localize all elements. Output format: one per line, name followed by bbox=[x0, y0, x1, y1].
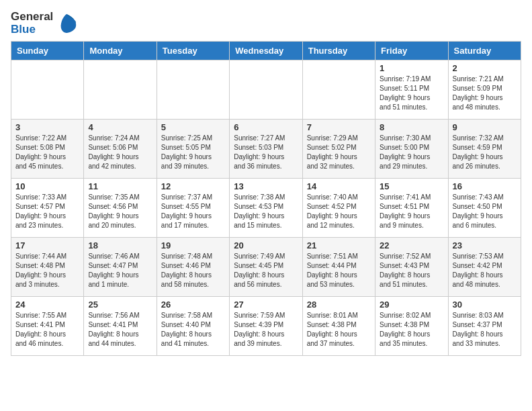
day-info: Sunrise: 7:40 AM Sunset: 4:52 PM Dayligh… bbox=[307, 193, 371, 230]
calendar-day-cell: 1Sunrise: 7:19 AM Sunset: 5:11 PM Daylig… bbox=[375, 60, 448, 120]
day-number: 22 bbox=[380, 240, 443, 250]
logo-general: General bbox=[11, 11, 53, 24]
calendar-day-cell: 26Sunrise: 7:58 AM Sunset: 4:40 PM Dayli… bbox=[157, 297, 229, 356]
col-header-tuesday: Tuesday bbox=[157, 42, 229, 60]
calendar-header-row: SundayMondayTuesdayWednesdayThursdayFrid… bbox=[11, 42, 521, 60]
day-info: Sunrise: 7:55 AM Sunset: 4:41 PM Dayligh… bbox=[15, 311, 79, 349]
calendar-day-cell: 30Sunrise: 8:03 AM Sunset: 4:37 PM Dayli… bbox=[448, 297, 521, 356]
day-number: 18 bbox=[88, 240, 152, 250]
day-number: 1 bbox=[380, 63, 443, 73]
day-info: Sunrise: 7:29 AM Sunset: 5:02 PM Dayligh… bbox=[307, 134, 371, 171]
calendar-week-row: 17Sunrise: 7:44 AM Sunset: 4:48 PM Dayli… bbox=[11, 238, 521, 297]
calendar-day-cell: 3Sunrise: 7:22 AM Sunset: 5:08 PM Daylig… bbox=[11, 120, 84, 179]
day-info: Sunrise: 7:38 AM Sunset: 4:53 PM Dayligh… bbox=[234, 193, 298, 230]
day-number: 7 bbox=[307, 122, 371, 132]
day-number: 29 bbox=[380, 300, 443, 310]
day-info: Sunrise: 7:43 AM Sunset: 4:50 PM Dayligh… bbox=[453, 193, 517, 230]
day-number: 11 bbox=[88, 181, 152, 191]
calendar-day-cell: 10Sunrise: 7:33 AM Sunset: 4:57 PM Dayli… bbox=[11, 179, 84, 238]
calendar-day-cell: 21Sunrise: 7:51 AM Sunset: 4:44 PM Dayli… bbox=[302, 238, 375, 297]
calendar-day-cell: 18Sunrise: 7:46 AM Sunset: 4:47 PM Dayli… bbox=[84, 238, 157, 297]
day-number: 27 bbox=[234, 300, 298, 310]
calendar-day-cell: 8Sunrise: 7:30 AM Sunset: 5:00 PM Daylig… bbox=[375, 120, 448, 179]
day-info: Sunrise: 8:03 AM Sunset: 4:37 PM Dayligh… bbox=[453, 311, 517, 349]
day-number: 30 bbox=[453, 300, 517, 310]
calendar-week-row: 3Sunrise: 7:22 AM Sunset: 5:08 PM Daylig… bbox=[11, 120, 521, 179]
day-number: 26 bbox=[161, 300, 225, 310]
calendar-day-cell: 5Sunrise: 7:25 AM Sunset: 5:05 PM Daylig… bbox=[157, 120, 229, 179]
day-number: 20 bbox=[234, 240, 298, 250]
logo: General Blue bbox=[11, 11, 79, 36]
calendar-day-cell: 15Sunrise: 7:41 AM Sunset: 4:51 PM Dayli… bbox=[375, 179, 448, 238]
calendar-day-cell bbox=[157, 60, 229, 120]
col-header-wednesday: Wednesday bbox=[230, 42, 302, 60]
day-number: 23 bbox=[453, 240, 517, 250]
day-info: Sunrise: 7:53 AM Sunset: 4:42 PM Dayligh… bbox=[453, 252, 517, 289]
calendar-day-cell: 25Sunrise: 7:56 AM Sunset: 4:41 PM Dayli… bbox=[84, 297, 157, 356]
day-number: 21 bbox=[307, 240, 371, 250]
logo-icon bbox=[54, 11, 79, 36]
day-info: Sunrise: 7:30 AM Sunset: 5:00 PM Dayligh… bbox=[380, 134, 443, 171]
calendar-day-cell: 4Sunrise: 7:24 AM Sunset: 5:06 PM Daylig… bbox=[84, 120, 157, 179]
day-info: Sunrise: 7:35 AM Sunset: 4:56 PM Dayligh… bbox=[88, 193, 152, 230]
day-info: Sunrise: 7:22 AM Sunset: 5:08 PM Dayligh… bbox=[15, 134, 79, 171]
calendar-week-row: 10Sunrise: 7:33 AM Sunset: 4:57 PM Dayli… bbox=[11, 179, 521, 238]
calendar-day-cell: 24Sunrise: 7:55 AM Sunset: 4:41 PM Dayli… bbox=[11, 297, 84, 356]
day-info: Sunrise: 8:01 AM Sunset: 4:38 PM Dayligh… bbox=[307, 311, 371, 349]
day-info: Sunrise: 7:32 AM Sunset: 4:59 PM Dayligh… bbox=[453, 134, 517, 171]
day-number: 2 bbox=[453, 63, 517, 73]
day-number: 19 bbox=[161, 240, 225, 250]
calendar-day-cell: 16Sunrise: 7:43 AM Sunset: 4:50 PM Dayli… bbox=[448, 179, 521, 238]
day-number: 15 bbox=[380, 181, 443, 191]
calendar-day-cell bbox=[84, 60, 157, 120]
calendar-day-cell: 19Sunrise: 7:48 AM Sunset: 4:46 PM Dayli… bbox=[157, 238, 229, 297]
calendar-day-cell: 28Sunrise: 8:01 AM Sunset: 4:38 PM Dayli… bbox=[302, 297, 375, 356]
day-info: Sunrise: 7:33 AM Sunset: 4:57 PM Dayligh… bbox=[15, 193, 79, 230]
day-info: Sunrise: 7:52 AM Sunset: 4:43 PM Dayligh… bbox=[380, 252, 443, 289]
calendar-day-cell: 22Sunrise: 7:52 AM Sunset: 4:43 PM Dayli… bbox=[375, 238, 448, 297]
day-info: Sunrise: 7:58 AM Sunset: 4:40 PM Dayligh… bbox=[161, 311, 225, 349]
day-info: Sunrise: 7:49 AM Sunset: 4:45 PM Dayligh… bbox=[234, 252, 298, 289]
day-number: 4 bbox=[88, 122, 152, 132]
day-info: Sunrise: 7:37 AM Sunset: 4:55 PM Dayligh… bbox=[161, 193, 225, 230]
day-info: Sunrise: 7:51 AM Sunset: 4:44 PM Dayligh… bbox=[307, 252, 371, 289]
day-number: 24 bbox=[15, 300, 79, 310]
day-info: Sunrise: 7:48 AM Sunset: 4:46 PM Dayligh… bbox=[161, 252, 225, 289]
day-number: 6 bbox=[234, 122, 298, 132]
day-number: 16 bbox=[453, 181, 517, 191]
day-info: Sunrise: 7:21 AM Sunset: 5:09 PM Dayligh… bbox=[453, 75, 517, 112]
calendar-week-row: 1Sunrise: 7:19 AM Sunset: 5:11 PM Daylig… bbox=[11, 60, 521, 120]
calendar-day-cell: 9Sunrise: 7:32 AM Sunset: 4:59 PM Daylig… bbox=[448, 120, 521, 179]
calendar-day-cell: 17Sunrise: 7:44 AM Sunset: 4:48 PM Dayli… bbox=[11, 238, 84, 297]
day-number: 12 bbox=[161, 181, 225, 191]
col-header-thursday: Thursday bbox=[302, 42, 375, 60]
calendar-day-cell bbox=[230, 60, 302, 120]
day-number: 8 bbox=[380, 122, 443, 132]
calendar-day-cell: 23Sunrise: 7:53 AM Sunset: 4:42 PM Dayli… bbox=[448, 238, 521, 297]
day-number: 25 bbox=[88, 300, 152, 310]
day-number: 14 bbox=[307, 181, 371, 191]
day-info: Sunrise: 7:19 AM Sunset: 5:11 PM Dayligh… bbox=[380, 75, 443, 112]
calendar-day-cell: 29Sunrise: 8:02 AM Sunset: 4:38 PM Dayli… bbox=[375, 297, 448, 356]
day-info: Sunrise: 7:59 AM Sunset: 4:39 PM Dayligh… bbox=[234, 311, 298, 349]
calendar-week-row: 24Sunrise: 7:55 AM Sunset: 4:41 PM Dayli… bbox=[11, 297, 521, 356]
col-header-sunday: Sunday bbox=[11, 42, 84, 60]
col-header-monday: Monday bbox=[84, 42, 157, 60]
day-info: Sunrise: 7:56 AM Sunset: 4:41 PM Dayligh… bbox=[88, 311, 152, 349]
logo-blue: Blue bbox=[11, 24, 53, 36]
day-number: 3 bbox=[15, 122, 79, 132]
day-info: Sunrise: 8:02 AM Sunset: 4:38 PM Dayligh… bbox=[380, 311, 443, 349]
col-header-friday: Friday bbox=[375, 42, 448, 60]
calendar-day-cell bbox=[302, 60, 375, 120]
day-number: 17 bbox=[15, 240, 79, 250]
day-number: 10 bbox=[15, 181, 79, 191]
day-info: Sunrise: 7:24 AM Sunset: 5:06 PM Dayligh… bbox=[88, 134, 152, 171]
calendar-day-cell bbox=[11, 60, 84, 120]
calendar-day-cell: 6Sunrise: 7:27 AM Sunset: 5:03 PM Daylig… bbox=[230, 120, 302, 179]
calendar-table: SundayMondayTuesdayWednesdayThursdayFrid… bbox=[11, 41, 521, 356]
col-header-saturday: Saturday bbox=[448, 42, 521, 60]
calendar-day-cell: 12Sunrise: 7:37 AM Sunset: 4:55 PM Dayli… bbox=[157, 179, 229, 238]
calendar-day-cell: 14Sunrise: 7:40 AM Sunset: 4:52 PM Dayli… bbox=[302, 179, 375, 238]
calendar-day-cell: 7Sunrise: 7:29 AM Sunset: 5:02 PM Daylig… bbox=[302, 120, 375, 179]
page-header: General Blue bbox=[11, 11, 521, 36]
